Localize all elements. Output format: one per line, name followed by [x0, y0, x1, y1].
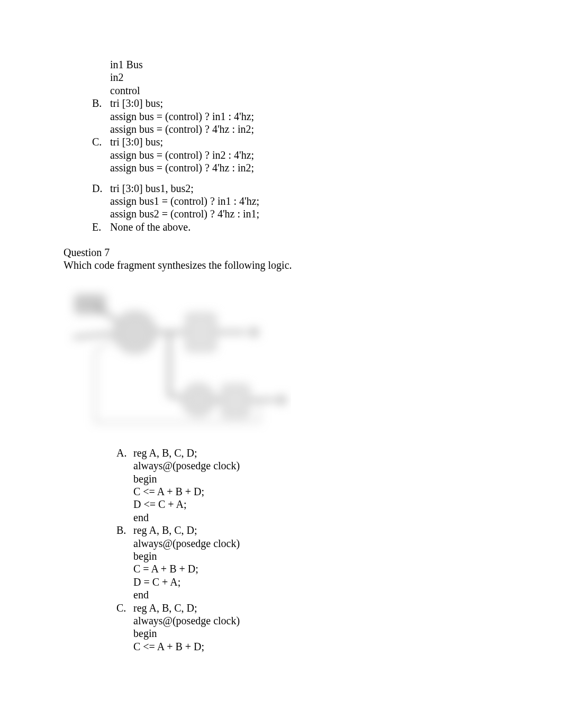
question-7-prompt: Which code fragment synthesizes the foll…	[64, 259, 498, 271]
option-e: E. None of the above.	[64, 221, 498, 233]
svg-point-4	[183, 384, 214, 416]
svg-point-6	[277, 395, 286, 405]
question-7-heading: Question 7	[64, 246, 498, 259]
text-line: tri [3:0] bus1, bus2;	[110, 182, 498, 195]
option-c: C. tri [3:0] bus; assign bus = (control)…	[64, 135, 498, 174]
text-line: assign bus1 = (control) ? in1 : 4'hz;	[110, 195, 498, 207]
option-a-continuation: in1 Bus in2 control	[64, 58, 498, 97]
option-b: B. tri [3:0] bus; assign bus = (control)…	[64, 97, 498, 135]
text-line: D <= C + A;	[116, 498, 498, 511]
text-line: C = A + B + D;	[116, 562, 498, 575]
text-line: begin	[116, 550, 498, 562]
option-marker: B.	[92, 97, 110, 135]
text-line: begin	[116, 627, 498, 640]
text-line: None of the above.	[110, 221, 498, 233]
text-line: C <= A + B + D;	[116, 485, 498, 498]
text-line: reg A, B, C, D;	[133, 447, 498, 459]
svg-point-3	[249, 327, 259, 337]
svg-point-1	[115, 312, 155, 352]
text-line: tri [3:0] bus;	[110, 135, 498, 148]
text-line: in2	[92, 71, 498, 84]
text-line: C <= A + B + D;	[116, 640, 498, 653]
text-line: control	[92, 84, 498, 97]
option-d: D. tri [3:0] bus1, bus2; assign bus1 = (…	[64, 182, 498, 221]
answer-b: B. reg A, B, C, D; always@(posedge clock…	[116, 524, 498, 601]
text-line: end	[116, 588, 498, 601]
answer-marker: C.	[116, 602, 133, 614]
text-line: D = C + A;	[116, 576, 498, 588]
text-line: tri [3:0] bus;	[110, 97, 498, 110]
text-line: assign bus = (control) ? 4'hz : in2;	[110, 161, 498, 174]
text-line: in1 Bus	[92, 58, 498, 71]
text-line: always@(posedge clock)	[116, 537, 498, 550]
text-line: assign bus = (control) ? in1 : 4'hz;	[110, 110, 498, 123]
option-marker: C.	[92, 135, 110, 174]
svg-rect-2	[186, 314, 215, 351]
answer-c: C. reg A, B, C, D; always@(posedge clock…	[116, 602, 498, 653]
option-marker: D.	[92, 182, 110, 221]
answer-marker: A.	[116, 447, 133, 459]
text-line: reg A, B, C, D;	[133, 524, 498, 536]
svg-rect-5	[222, 385, 249, 417]
text-line: assign bus = (control) ? 4'hz : in2;	[110, 123, 498, 135]
logic-diagram-svg	[64, 285, 291, 433]
text-line: always@(posedge clock)	[116, 459, 498, 472]
logic-diagram	[64, 285, 498, 433]
text-line: always@(posedge clock)	[116, 614, 498, 627]
text-line: assign bus2 = (control) ? 4'hz : in1;	[110, 207, 498, 220]
text-line: reg A, B, C, D;	[133, 602, 498, 614]
text-line: assign bus = (control) ? in2 : 4'hz;	[110, 149, 498, 161]
answer-a: A. reg A, B, C, D; always@(posedge clock…	[116, 447, 498, 524]
option-marker: E.	[92, 221, 110, 233]
answer-marker: B.	[116, 524, 133, 536]
text-line: begin	[116, 472, 498, 485]
text-line: end	[116, 511, 498, 524]
